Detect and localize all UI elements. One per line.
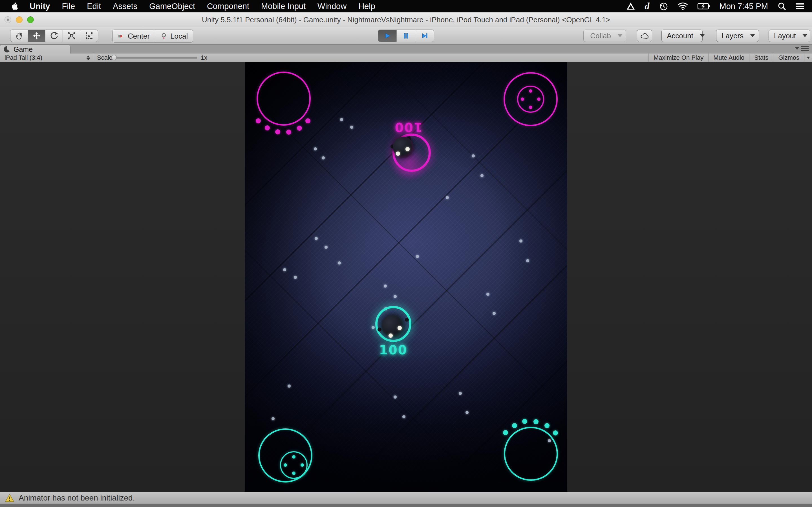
game-view-icon [3, 46, 11, 53]
d-menubar-icon[interactable]: d [645, 1, 650, 11]
p2-move-dot [529, 106, 532, 109]
window-title: Unity 5.5.1f1 Personal (64bit) - Game.un… [0, 12, 812, 27]
floor-nail [459, 392, 462, 395]
floor-nail [472, 154, 475, 158]
status-bar[interactable]: Animator has not been initialized. [0, 492, 812, 504]
layers-dropdown[interactable]: Layers [716, 30, 759, 42]
p1-charge-dot [545, 423, 550, 428]
pivot-center-button[interactable]: Center [112, 30, 155, 42]
p1-charge-dot [503, 430, 508, 435]
p1-move-dot [284, 463, 287, 467]
floor-nail [322, 156, 325, 159]
rotate-tool-button[interactable] [45, 30, 63, 42]
window-title-bar: Unity 5.5.1f1 Personal (64bit) - Game.un… [0, 12, 812, 27]
cyan-player-eye [389, 334, 393, 338]
drive-icon[interactable] [626, 2, 635, 10]
magenta-player-eye [405, 147, 410, 151]
apple-menu-icon[interactable] [10, 1, 18, 11]
time-machine-icon[interactable] [659, 2, 668, 11]
rect-transform-icon [85, 32, 93, 40]
p2-aim-ring[interactable] [257, 71, 311, 126]
cyan-player-eye [398, 326, 402, 330]
floor-nail [394, 395, 397, 399]
floor-nail [283, 268, 286, 271]
collab-button[interactable]: Collab [583, 30, 626, 42]
menu-component[interactable]: Component [201, 0, 255, 12]
floor-nail [394, 295, 397, 298]
collab-dropdown-arrow [618, 34, 622, 37]
menu-help[interactable]: Help [352, 0, 381, 12]
aspect-ratio-dropdown[interactable]: iPad Tall (3:4) [0, 54, 93, 62]
p2-charge-dot [265, 125, 270, 130]
gizmos-button[interactable]: Gizmos [773, 54, 804, 62]
menu-file[interactable]: File [56, 0, 81, 12]
menu-mobile-input[interactable]: Mobile Input [255, 0, 312, 12]
p1-aim-ring[interactable] [504, 427, 558, 481]
floor-nail [416, 255, 419, 258]
floor-nail [384, 284, 387, 288]
spotlight-icon[interactable] [777, 2, 786, 10]
floor-nail [314, 147, 317, 151]
floor-nail [271, 417, 274, 420]
game-view-tab[interactable]: Game [0, 45, 70, 54]
scale-slider-handle[interactable] [111, 55, 117, 60]
panel-dropdown-icon[interactable] [795, 47, 799, 50]
stats-button[interactable]: Stats [749, 54, 773, 62]
step-icon [421, 32, 428, 40]
pan-tool-button[interactable] [10, 30, 28, 42]
menu-gameobject[interactable]: GameObject [143, 0, 201, 12]
magenta-player-eye [396, 152, 400, 156]
maximize-on-play-button[interactable]: Maximize On Play [649, 54, 708, 62]
wifi-icon[interactable] [678, 2, 688, 10]
panel-menu-icon[interactable] [801, 46, 809, 51]
move-icon [33, 32, 41, 40]
playmode-controls [378, 30, 434, 42]
step-button[interactable] [415, 30, 434, 42]
gizmos-dropdown-arrow[interactable] [804, 54, 812, 62]
p2-charge-dot [305, 118, 310, 123]
p2-charge-dot [297, 126, 302, 131]
scale-label: Scale [97, 54, 112, 61]
warning-icon [5, 494, 14, 502]
p1-move-dot [301, 463, 304, 467]
cloud-services-button[interactable] [637, 30, 652, 42]
floor-nail [486, 293, 490, 296]
play-button[interactable] [378, 30, 397, 42]
unity-toolbar: Center Local Collab Account Layer [0, 27, 812, 45]
move-tool-button[interactable] [28, 30, 45, 42]
cyan-player-ear [405, 318, 409, 322]
menu-assets[interactable]: Assets [107, 0, 143, 12]
scale-value: 1x [201, 54, 207, 62]
pause-icon [402, 32, 410, 40]
scale-tool-button[interactable] [63, 30, 80, 42]
floor-nail [324, 245, 327, 249]
floor-nail [338, 262, 341, 265]
floor-nail [465, 411, 469, 414]
cloud-icon [640, 32, 649, 40]
p2-charge-dot [275, 129, 280, 134]
panel-tab-strip: Game [0, 45, 812, 54]
layout-dropdown[interactable]: Layout [769, 30, 810, 42]
mute-audio-button[interactable]: Mute Audio [708, 54, 749, 62]
floor-nail [371, 326, 375, 329]
floor-nail [480, 174, 484, 177]
floor-nail [519, 239, 522, 242]
local-rotation-icon [160, 33, 167, 40]
account-dropdown[interactable]: Account [661, 30, 703, 42]
menu-edit[interactable]: Edit [81, 0, 107, 12]
scale-slider-track[interactable] [113, 57, 197, 59]
notification-center-icon[interactable] [796, 3, 804, 9]
rotate-icon [50, 32, 58, 40]
game-view-controls: iPad Tall (3:4) Scale 1x Maximize On Pla… [0, 54, 812, 62]
game-render-area[interactable]: 100100 [245, 62, 567, 492]
menu-window[interactable]: Window [312, 0, 352, 12]
menubar-clock[interactable]: Mon 7:45 PM [719, 2, 768, 11]
menu-unity[interactable]: Unity [24, 0, 56, 12]
status-message: Animator has not been initialized. [18, 494, 135, 503]
rotation-local-button[interactable]: Local [155, 30, 193, 42]
rect-tool-button[interactable] [80, 30, 98, 42]
battery-icon[interactable] [698, 3, 710, 10]
macos-menu-bar: Unity File Edit Assets GameObject Compon… [0, 0, 812, 12]
transform-tools [10, 30, 98, 42]
pause-button[interactable] [397, 30, 415, 42]
